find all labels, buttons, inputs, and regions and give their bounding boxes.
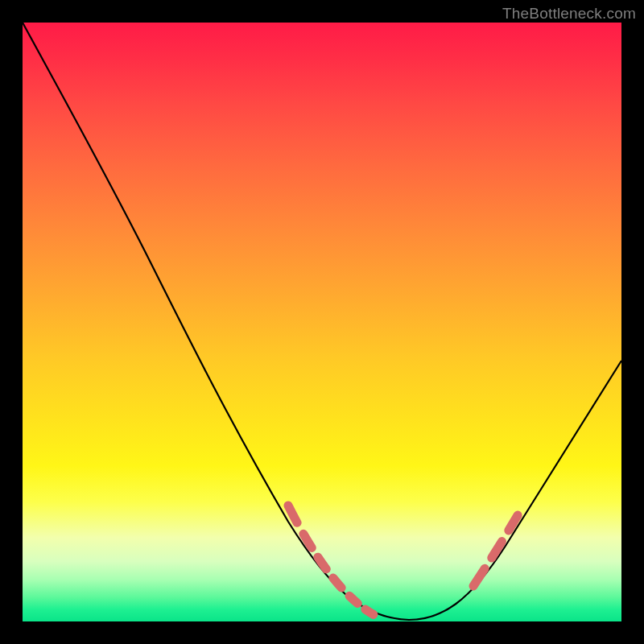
highlight-right-flank (473, 502, 526, 586)
chart-svg (23, 23, 621, 621)
watermark-text: TheBottleneck.com (502, 5, 636, 23)
highlight-left-flank (288, 506, 441, 621)
chart-frame: TheBottleneck.com (0, 0, 644, 644)
bottleneck-curve (23, 23, 621, 620)
plot-area (23, 23, 621, 621)
